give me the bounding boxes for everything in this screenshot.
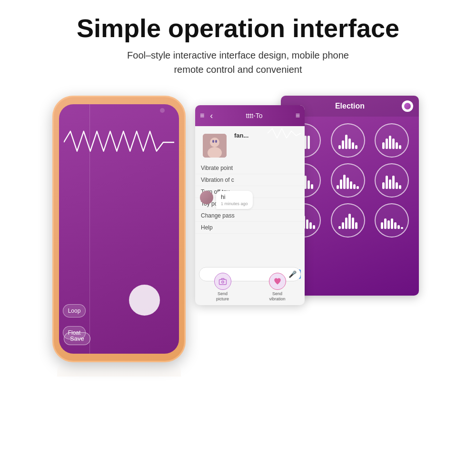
chat-action-buttons: Sendpicture Sendvibration: [195, 273, 305, 302]
chat-waveform: [268, 126, 301, 140]
svg-point-4: [215, 140, 217, 143]
bar: [352, 142, 354, 149]
main-title: Simple operation interface: [77, 14, 399, 42]
bar: [348, 139, 351, 149]
bar: [396, 142, 398, 149]
bar: [399, 145, 401, 149]
vib-pattern-3[interactable]: [375, 123, 409, 158]
contact-name: fan...: [234, 132, 248, 139]
chat-menu-icon[interactable]: ≡: [296, 111, 300, 120]
bar: [399, 185, 401, 189]
bar: [309, 222, 312, 229]
menu-item-vibration[interactable]: Vibration of c: [195, 174, 305, 186]
bar: [345, 135, 347, 149]
chat-header: ≡ ‹ tttt-To ≡: [195, 105, 305, 126]
bar: [355, 222, 357, 229]
bar: [397, 225, 400, 229]
menu-item-help[interactable]: Help: [195, 222, 305, 234]
bar: [386, 139, 388, 149]
menu-item-vibrate[interactable]: Vibrate point: [195, 162, 305, 174]
bar: [337, 185, 339, 189]
send-picture-button[interactable]: Sendpicture: [214, 273, 231, 302]
bar: [391, 218, 393, 229]
bar: [340, 179, 342, 189]
bar: [396, 182, 398, 189]
bar: [353, 184, 356, 189]
vib-bars-8: [338, 212, 357, 229]
bar: [382, 142, 385, 149]
bar: [401, 227, 403, 229]
page-wrapper: Simple operation interface Fool–style in…: [0, 0, 476, 476]
bar: [387, 220, 390, 229]
bar: [338, 145, 341, 149]
bar: [392, 176, 395, 189]
election-logo: [402, 100, 413, 112]
vib-pattern-5[interactable]: [331, 163, 365, 198]
svg-point-1: [210, 138, 219, 147]
vib-bars-5: [337, 172, 359, 189]
bar: [348, 214, 351, 229]
phone-reflection: [57, 362, 181, 377]
message-time: 1 minutes ago: [221, 201, 248, 206]
bar: [338, 226, 341, 229]
bar: [347, 178, 349, 189]
bar: [350, 181, 352, 189]
svg-point-3: [212, 140, 214, 143]
bar: [345, 218, 347, 229]
chat-screen: ≡ ‹ tttt-To ≡: [195, 105, 305, 305]
bar: [357, 186, 359, 189]
bar: [355, 145, 357, 149]
phones-area: Loop Float Save ≡ ‹ tttt-To ≡: [0, 96, 476, 362]
vib-bars-2: [338, 132, 357, 149]
vib-bars-3: [382, 132, 401, 149]
vib-bars-9: [381, 212, 403, 229]
bar: [342, 222, 344, 229]
bar: [389, 136, 391, 149]
bar: [394, 222, 397, 229]
control-circle[interactable]: [129, 285, 160, 316]
subtitle: Fool–style interactive interface design,…: [77, 48, 399, 77]
notch: [160, 108, 165, 113]
bar: [389, 179, 391, 189]
send-vibration-button[interactable]: Sendvibration: [269, 273, 286, 302]
bar: [313, 225, 315, 229]
back-icon[interactable]: ‹: [210, 111, 213, 121]
phone-screen: Loop Float Save: [59, 104, 179, 354]
big-phone: Loop Float Save: [52, 96, 186, 362]
bar: [307, 180, 310, 189]
vib-pattern-6[interactable]: [375, 163, 409, 198]
message-area: hi 1 minutes ago: [200, 191, 253, 209]
chat-title: tttt-To: [217, 112, 291, 119]
menu-icon[interactable]: ≡: [200, 111, 204, 120]
svg-rect-5: [219, 279, 226, 285]
heart-icon-circle: [269, 273, 286, 290]
message-avatar: [200, 191, 213, 204]
bar: [307, 136, 310, 149]
svg-point-6: [221, 281, 224, 283]
bar: [392, 139, 395, 149]
left-panel: Loop Float: [59, 104, 90, 354]
election-title: Election: [298, 102, 402, 110]
bar: [342, 140, 344, 149]
save-button[interactable]: Save: [64, 332, 90, 345]
contact-avatar: [203, 134, 227, 158]
bar: [381, 222, 383, 229]
camera-icon-circle: [214, 273, 231, 290]
send-vibration-label: Sendvibration: [269, 291, 285, 302]
message-text: hi: [221, 194, 248, 200]
send-picture-label: Sendpicture: [216, 291, 229, 302]
bar: [311, 184, 313, 189]
bar: [384, 218, 387, 229]
logo-inner: [404, 103, 411, 109]
screens-wrapper: ≡ ‹ tttt-To ≡: [195, 96, 424, 310]
bar: [306, 219, 308, 229]
vib-bars-6: [382, 172, 401, 189]
header-section: Simple operation interface Fool–style in…: [77, 14, 399, 77]
loop-button[interactable]: Loop: [63, 304, 86, 317]
bar: [352, 218, 354, 229]
vib-pattern-9[interactable]: [375, 203, 409, 238]
vib-pattern-2[interactable]: [331, 123, 365, 158]
vib-pattern-8[interactable]: [331, 203, 365, 238]
bar: [382, 182, 385, 189]
menu-item-pass[interactable]: Change pass: [195, 210, 305, 222]
